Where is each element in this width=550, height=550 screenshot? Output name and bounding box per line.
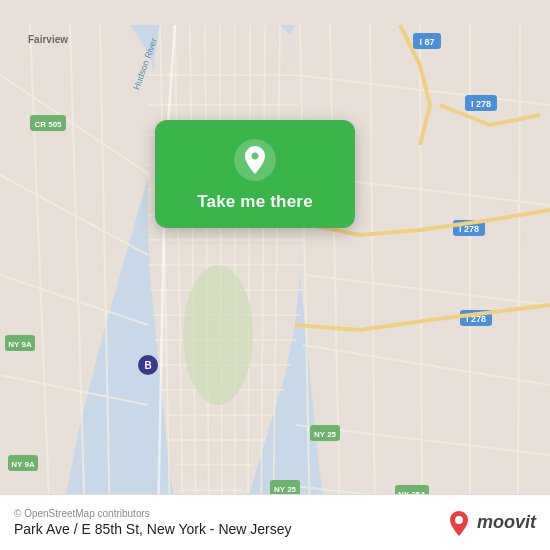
svg-text:I 278: I 278 xyxy=(471,99,491,109)
location-pin-icon xyxy=(233,138,277,182)
moovit-logo: moovit xyxy=(445,509,536,537)
svg-text:I 87: I 87 xyxy=(419,37,434,47)
map-container: I 87 I 278 I 278 I 278 CR 505 xyxy=(0,0,550,550)
osm-attribution: © OpenStreetMap contributors xyxy=(14,508,292,519)
svg-text:NY 9A: NY 9A xyxy=(11,460,35,469)
svg-text:NY 25: NY 25 xyxy=(314,430,337,439)
svg-text:NY 25: NY 25 xyxy=(274,485,297,494)
map-background: I 87 I 278 I 278 I 278 CR 505 xyxy=(0,0,550,550)
take-me-there-label: Take me there xyxy=(197,192,313,212)
moovit-pin-icon xyxy=(445,509,473,537)
app-container: I 87 I 278 I 278 I 278 CR 505 xyxy=(0,0,550,550)
map-svg: I 87 I 278 I 278 I 278 CR 505 xyxy=(0,0,550,550)
take-me-there-card[interactable]: Take me there xyxy=(155,120,355,228)
svg-point-73 xyxy=(183,265,253,405)
bottom-bar: © OpenStreetMap contributors Park Ave / … xyxy=(0,494,550,550)
svg-text:CR 505: CR 505 xyxy=(34,120,62,129)
svg-text:B: B xyxy=(144,360,151,371)
moovit-brand-text: moovit xyxy=(477,512,536,533)
bottom-left: © OpenStreetMap contributors Park Ave / … xyxy=(14,508,292,537)
svg-point-75 xyxy=(455,516,463,524)
location-name: Park Ave / E 85th St, New York - New Jer… xyxy=(14,521,292,537)
svg-text:Fairview: Fairview xyxy=(28,34,68,45)
svg-text:NY 9A: NY 9A xyxy=(8,340,32,349)
